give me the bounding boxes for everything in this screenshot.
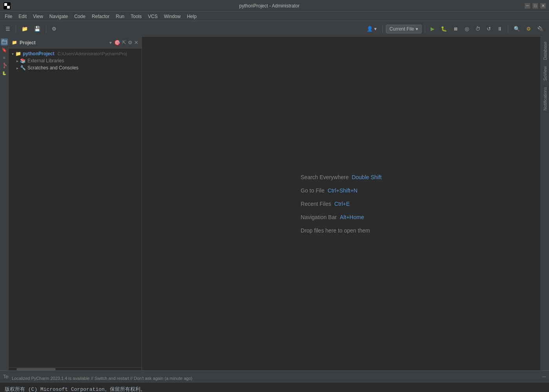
search-everywhere-btn[interactable]: 🔍 [511, 25, 522, 33]
tree-root-item[interactable]: ▾ 📁 pythonProject C:\Users\Administrator… [9, 50, 142, 57]
project-tree: ▾ 📁 pythonProject C:\Users\Administrator… [9, 49, 142, 367]
window-title: pythonProject - Administrator [14, 3, 525, 9]
root-path: C:\Users\Administrator\PycharmProj [58, 51, 127, 56]
menu-file[interactable]: File [2, 13, 15, 20]
toolbar-sep-4 [425, 25, 425, 33]
toolbar-sep-5 [508, 25, 508, 33]
menu-run[interactable]: Run [113, 13, 127, 20]
stop-button[interactable]: ⏹ [451, 25, 461, 33]
structure-icon[interactable]: ≡ [1, 54, 8, 61]
project-header-icons: 🎯 ⇱ ⚙ ✕ [114, 40, 138, 45]
menu-window[interactable]: Window [161, 13, 184, 20]
coverage-button[interactable]: ◎ [462, 25, 471, 33]
project-settings-icon[interactable]: ⚙ [128, 40, 133, 45]
update-bar: Localized PyCharm 2023.1.4 is available … [9, 374, 540, 382]
menu-tools[interactable]: Tools [127, 13, 145, 20]
panel-scrollbar[interactable] [9, 367, 142, 370]
svg-rect-3 [2, 40, 7, 44]
right-notifications-label[interactable]: Notifications [542, 84, 548, 114]
editor-hints: Search Everywhere Double Shift Go to Fil… [301, 174, 382, 234]
profile-button[interactable]: ⏱ [473, 25, 483, 33]
toolbar-sep-1 [16, 25, 16, 33]
close-panel-icon[interactable]: ✕ [134, 40, 138, 45]
external-libraries-item[interactable]: ▸ 📚 External Libraries [9, 57, 142, 64]
toolbar: ☰ 📁 💾 ⚙ 👤 ▾ Current File ▶ 🐛 ⏹ ◎ ⏱ ↺ ⏸ 🔍… [0, 21, 549, 37]
close-button[interactable]: ✕ [540, 3, 546, 9]
svg-rect-4 [2, 40, 4, 40]
window-controls: ─ □ ✕ [525, 3, 546, 9]
toolbar-open-btn[interactable]: 📁 [19, 25, 30, 33]
svg-point-5 [4, 63, 5, 64]
current-file-chevron-icon [416, 26, 418, 32]
run-button[interactable]: ▶ [428, 25, 437, 33]
project-icon[interactable] [1, 38, 8, 45]
app-logo [3, 2, 11, 10]
project-panel-header: 📁 Project ▾ 🎯 ⇱ ⚙ ✕ [9, 37, 142, 49]
python-icon[interactable]: 🐍 [1, 70, 8, 77]
toolbar-sep-2 [46, 25, 46, 33]
hint-recent-shortcut: Ctrl+E [334, 201, 350, 207]
hint-drop-label: Drop files here to open them [301, 227, 370, 234]
menu-help[interactable]: Help [184, 13, 200, 20]
scratches-label: Scratches and Consoles [27, 65, 78, 71]
hint-search: Search Everywhere Double Shift [301, 174, 382, 180]
right-soview-label[interactable]: SoView [542, 63, 548, 84]
hint-recent: Recent Files Ctrl+E [301, 201, 350, 207]
collapse-all-icon[interactable]: ⇱ [122, 40, 126, 45]
current-file-dropdown[interactable]: Current File [386, 25, 422, 33]
git-icon[interactable] [1, 62, 8, 69]
settings-gear-btn[interactable]: ⚙ [524, 25, 533, 33]
toolbar-menu-btn[interactable]: ☰ [3, 25, 13, 33]
current-file-label: Current File [389, 26, 414, 32]
project-panel-title: Project [20, 40, 107, 45]
svg-point-6 [4, 67, 5, 68]
bookmarks-icon[interactable]: 🔖 [1, 46, 8, 53]
titlebar: pythonProject - Administrator ─ □ ✕ [0, 0, 549, 12]
terminal-minimize-icon[interactable]: ─ [542, 374, 546, 379]
minimize-button[interactable]: ─ [525, 3, 530, 9]
hint-navbar: Navigation Bar Alt+Home [301, 214, 364, 220]
hint-drop: Drop files here to open them [301, 227, 370, 234]
svg-rect-2 [7, 6, 10, 9]
terminal-line-1: 版权所有 (C) Microsoft Corporation。保留所有权利。 [5, 386, 544, 392]
hint-goto-label: Go to File [301, 187, 325, 194]
hint-goto-shortcut: Ctrl+Shift+N [327, 187, 357, 194]
menu-vcs[interactable]: VCS [145, 13, 161, 20]
hint-navbar-label: Navigation Bar [301, 214, 337, 220]
locate-file-icon[interactable]: 🎯 [114, 40, 120, 45]
project-panel: 📁 Project ▾ 🎯 ⇱ ⚙ ✕ ▾ 📁 pythonProject C:… [9, 37, 142, 370]
left-sidebar-icons: 🔖 ≡ 🐍 [0, 37, 9, 370]
right-sidebar: Database SoView Notifications [540, 37, 549, 370]
menu-edit[interactable]: Edit [15, 13, 30, 20]
svg-point-7 [5, 65, 6, 66]
menu-navigate[interactable]: Navigate [46, 13, 71, 20]
toolbar-save-btn[interactable]: 💾 [32, 25, 43, 33]
project-dropdown-icon[interactable]: ▾ [109, 40, 112, 45]
root-name: pythonProject [23, 51, 55, 56]
hint-goto: Go to File Ctrl+Shift+N [301, 187, 358, 194]
hint-navbar-shortcut: Alt+Home [340, 214, 364, 220]
plugin-btn[interactable]: 🔌 [535, 25, 546, 33]
terminal-copyright-text: 版权所有 (C) Microsoft Corporation。保留所有权利。 [5, 387, 145, 392]
menubar: File Edit View Navigate Code Refactor Ru… [0, 12, 549, 21]
reload-button[interactable]: ↺ [484, 25, 493, 33]
svg-rect-1 [4, 3, 7, 6]
toolbar-sep-3 [382, 25, 383, 33]
external-libraries-label: External Libraries [27, 58, 64, 64]
menu-code[interactable]: Code [71, 13, 89, 20]
right-database-label[interactable]: Database [542, 38, 548, 63]
hint-search-shortcut: Double Shift [352, 174, 382, 180]
debug-button[interactable]: 🐛 [438, 25, 449, 33]
terminal-content[interactable]: 版权所有 (C) Microsoft Corporation。保留所有权利。 尝… [0, 383, 549, 392]
hint-search-label: Search Everywhere [301, 174, 349, 180]
user-icon-btn[interactable]: 👤 ▾ [364, 25, 380, 33]
toolbar-settings-btn[interactable]: ⚙ [49, 25, 59, 33]
scratches-item[interactable]: ▸ 🔧 Scratches and Consoles [9, 64, 142, 71]
update-text[interactable]: Localized PyCharm 2023.1.4 is available … [12, 376, 193, 381]
menu-view[interactable]: View [30, 13, 46, 20]
editor-area: Search Everywhere Double Shift Go to Fil… [142, 37, 540, 370]
pause-button[interactable]: ⏸ [495, 25, 505, 33]
menu-refactor[interactable]: Refactor [89, 13, 113, 20]
main-area: 🔖 ≡ 🐍 📁 Project ▾ 🎯 ⇱ ⚙ ✕ [0, 37, 549, 370]
maximize-button[interactable]: □ [533, 3, 538, 9]
